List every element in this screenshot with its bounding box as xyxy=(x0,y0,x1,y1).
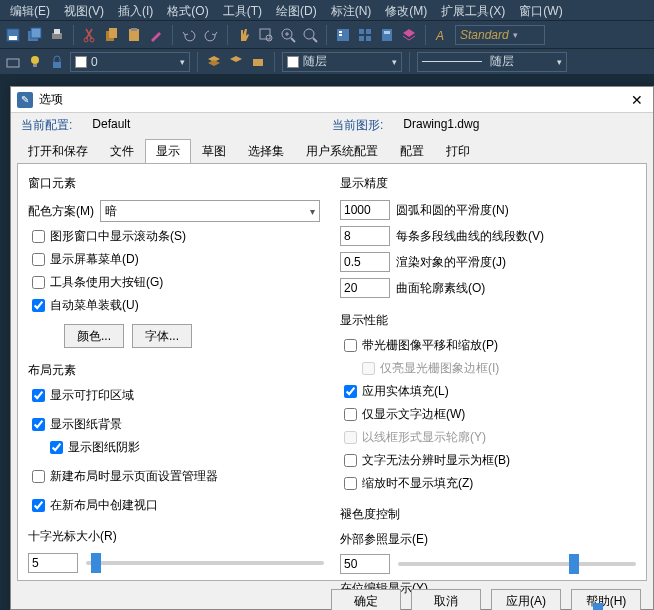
menu-format[interactable]: 格式(O) xyxy=(161,2,214,18)
svg-rect-1 xyxy=(9,36,17,40)
xref-fade-slider[interactable] xyxy=(398,562,636,566)
svg-rect-25 xyxy=(359,36,364,41)
brush-icon[interactable] xyxy=(147,26,165,44)
dialog-title: 选项 xyxy=(39,91,63,108)
arc-smoothness-label: 圆弧和圆的平滑度(N) xyxy=(396,202,509,219)
chk-zoom-no-fill[interactable]: 缩放时不显示填充(Z) xyxy=(340,475,636,492)
text-style-icon[interactable]: A xyxy=(433,26,451,44)
layer-iso-icon[interactable] xyxy=(249,53,267,71)
menu-draw[interactable]: 绘图(D) xyxy=(270,2,323,18)
chk-new-layout-pagesetup[interactable]: 新建布局时显示页面设置管理器 xyxy=(28,468,324,485)
undo-icon[interactable] xyxy=(180,26,198,44)
print-icon[interactable] xyxy=(48,26,66,44)
text-style-value: Standard xyxy=(460,28,509,42)
menu-dimension[interactable]: 标注(N) xyxy=(325,2,378,18)
saveall-icon[interactable] xyxy=(26,26,44,44)
zoom-window-icon[interactable] xyxy=(257,26,275,44)
bylayer-color-swatch-icon xyxy=(287,56,299,68)
options-dialog: ✎ 选项 ✕ 当前配置: Default 当前图形: Drawing1.dwg … xyxy=(10,86,654,610)
menu-view[interactable]: 视图(V) xyxy=(58,2,110,18)
cancel-button[interactable]: 取消 xyxy=(411,589,481,610)
colors-button[interactable]: 颜色... xyxy=(64,324,124,348)
tab-selection[interactable]: 选择集 xyxy=(237,139,295,163)
render-smoothness-input[interactable] xyxy=(340,252,390,272)
fonts-button[interactable]: 字体... xyxy=(132,324,192,348)
tab-open-save[interactable]: 打开和保存 xyxy=(17,139,99,163)
linetype-sample-icon xyxy=(422,61,482,62)
properties-icon[interactable] xyxy=(334,26,352,44)
arc-smoothness-input[interactable] xyxy=(340,200,390,220)
menu-extensions[interactable]: 扩展工具(X) xyxy=(435,2,511,18)
copy-icon[interactable] xyxy=(103,26,121,44)
layers-icon[interactable] xyxy=(400,26,418,44)
svg-rect-27 xyxy=(382,29,392,41)
menu-modify[interactable]: 修改(M) xyxy=(379,2,433,18)
paste-icon[interactable] xyxy=(125,26,143,44)
menu-edit[interactable]: 编辑(E) xyxy=(4,2,56,18)
ok-button[interactable]: 确定 xyxy=(331,589,401,610)
tab-display[interactable]: 显示 xyxy=(145,139,191,163)
xref-fade-label: 外部参照显示(E) xyxy=(340,531,636,548)
zoom-extents-icon[interactable] xyxy=(301,26,319,44)
tab-profiles[interactable]: 配置 xyxy=(389,139,435,163)
svg-rect-30 xyxy=(7,59,19,67)
bulb-icon[interactable] xyxy=(26,53,44,71)
svg-rect-20 xyxy=(337,29,349,41)
layer-state-icon[interactable] xyxy=(4,53,22,71)
color-scheme-label: 配色方案(M) xyxy=(28,203,94,220)
save-icon[interactable] xyxy=(4,26,22,44)
color-bylayer-value: 随层 xyxy=(303,53,327,70)
xref-fade-input[interactable] xyxy=(340,554,390,574)
tab-user-preferences[interactable]: 用户系统配置 xyxy=(295,139,389,163)
hand-icon[interactable] xyxy=(235,26,253,44)
menu-tools[interactable]: 工具(T) xyxy=(217,2,268,18)
chk-large-buttons[interactable]: 工具条使用大按钮(G) xyxy=(28,274,324,291)
chk-wireframe-outline: 以线框形式显示轮廓(Y) xyxy=(340,429,636,446)
chk-paper-background[interactable]: 显示图纸背景 xyxy=(28,416,324,433)
calc-icon[interactable] xyxy=(378,26,396,44)
crosshair-size-input[interactable] xyxy=(28,553,78,573)
tab-print[interactable]: 打印 xyxy=(435,139,481,163)
chk-pan-zoom-raster[interactable]: 带光栅图像平移和缩放(P) xyxy=(340,337,636,354)
cut-icon[interactable] xyxy=(81,26,99,44)
svg-point-13 xyxy=(266,35,272,41)
svg-point-31 xyxy=(31,56,39,64)
zoom-in-icon[interactable] xyxy=(279,26,297,44)
chk-screen-menu[interactable]: 显示屏幕菜单(D) xyxy=(28,251,324,268)
layer-manager-icon[interactable] xyxy=(205,53,223,71)
tabs: 打开和保存 文件 显示 草图 选择集 用户系统配置 配置 打印 xyxy=(17,139,647,164)
layer-level-value: 0 xyxy=(91,55,98,69)
lock-icon[interactable] xyxy=(48,53,66,71)
redo-icon[interactable] xyxy=(202,26,220,44)
tab-files[interactable]: 文件 xyxy=(99,139,145,163)
chk-scrollbars[interactable]: 图形窗口中显示滚动条(S) xyxy=(28,228,324,245)
chk-text-frame-only[interactable]: 仅显示文字边框(W) xyxy=(340,406,636,423)
layer-level-combo[interactable]: 0▾ xyxy=(70,52,190,72)
menu-window[interactable]: 窗口(W) xyxy=(513,2,568,18)
chk-printable-area[interactable]: 显示可打印区域 xyxy=(28,387,324,404)
surface-contour-input[interactable] xyxy=(340,278,390,298)
dialog-icon: ✎ xyxy=(17,92,33,108)
tab-draft[interactable]: 草图 xyxy=(191,139,237,163)
close-icon[interactable]: ✕ xyxy=(627,90,647,110)
text-style-combo[interactable]: Standard▾ xyxy=(455,25,545,45)
crosshair-size-slider[interactable] xyxy=(86,561,324,565)
svg-rect-22 xyxy=(339,34,342,36)
linetype-combo[interactable]: 随层▾ xyxy=(417,52,567,72)
chk-autoload-menu[interactable]: 自动菜单装载(U) xyxy=(28,297,324,314)
color-scheme-select[interactable]: 暗 xyxy=(100,200,320,222)
color-bylayer-combo[interactable]: 随层▾ xyxy=(282,52,402,72)
help-button[interactable]: 帮助(H) xyxy=(571,589,641,610)
svg-rect-26 xyxy=(366,36,371,41)
grid-icon[interactable] xyxy=(356,26,374,44)
menu-insert[interactable]: 插入(I) xyxy=(112,2,159,18)
chk-paper-shadow[interactable]: 显示图纸阴影 xyxy=(28,439,324,456)
chk-solid-fill[interactable]: 应用实体填充(L) xyxy=(340,383,636,400)
svg-rect-5 xyxy=(54,29,60,34)
polyline-segments-input[interactable] xyxy=(340,226,390,246)
chk-text-as-box[interactable]: 文字无法分辨时显示为框(B) xyxy=(340,452,636,469)
apply-button[interactable]: 应用(A) xyxy=(491,589,561,610)
layer-prev-icon[interactable] xyxy=(227,53,245,71)
svg-rect-24 xyxy=(366,29,371,34)
chk-new-layout-viewport[interactable]: 在新布局中创建视口 xyxy=(28,497,324,514)
